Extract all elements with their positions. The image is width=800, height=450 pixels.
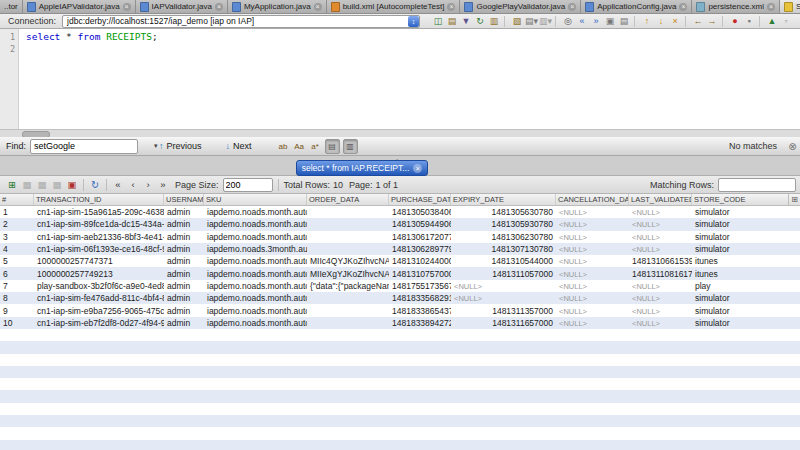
- table-cell[interactable]: 1000000257749213: [34, 269, 164, 279]
- table-cell[interactable]: cn1-iap-sim-15a961a5-209c-4638-9...: [34, 207, 164, 217]
- tab-close-icon[interactable]: ×: [767, 3, 775, 11]
- table-cell[interactable]: <NULL>: [451, 281, 556, 291]
- table-cell[interactable]: iapdemo.noads.month.auto: [204, 232, 307, 242]
- table-cell[interactable]: 7: [0, 281, 34, 291]
- table-cell[interactable]: simulator: [692, 207, 800, 217]
- table-cell[interactable]: 1000000257747371: [34, 256, 164, 266]
- table-cell[interactable]: 1481310544000: [451, 256, 556, 266]
- run-file-icon[interactable]: ▲: [766, 16, 778, 27]
- table-cell[interactable]: <NULL>: [556, 293, 629, 303]
- table-cell[interactable]: <NULL>: [629, 244, 692, 254]
- search-in-selection-icon[interactable]: ▤: [325, 139, 340, 154]
- last-page-icon[interactable]: »: [157, 179, 169, 190]
- column-header[interactable]: #: [0, 194, 34, 205]
- sql-filter-icon[interactable]: ▼: [460, 16, 472, 27]
- table-cell[interactable]: <NULL>: [451, 293, 556, 303]
- column-header[interactable]: PURCHASE_DATE: [389, 194, 451, 205]
- previous-page-icon[interactable]: ‹: [127, 179, 139, 190]
- sql-code-area[interactable]: select * from RECEIPTS;: [19, 29, 800, 129]
- table-cell[interactable]: cn1-iap-sim-eb7f2df8-0d27-4f94-95...: [34, 318, 164, 328]
- column-header[interactable]: EXPIRY_DATE: [451, 194, 556, 205]
- table-cell[interactable]: 5: [0, 256, 34, 266]
- table-cell[interactable]: 1481306172077: [389, 232, 451, 242]
- column-header[interactable]: CANCELLATION_DATE: [556, 194, 629, 205]
- table-cell[interactable]: simulator: [692, 318, 800, 328]
- table-cell[interactable]: 1481310244000: [389, 256, 451, 266]
- result-tab-close-icon[interactable]: ×: [413, 164, 422, 173]
- table-cell[interactable]: admin: [164, 318, 204, 328]
- table-cell[interactable]: admin: [164, 244, 204, 254]
- table-cell[interactable]: <NULL>: [629, 207, 692, 217]
- table-cell[interactable]: play: [692, 281, 800, 291]
- table-cell[interactable]: 1481307130780: [451, 244, 556, 254]
- table-cell[interactable]: admin: [164, 232, 204, 242]
- table-cell[interactable]: admin: [164, 256, 204, 266]
- find-combo[interactable]: ▾: [30, 139, 138, 154]
- table-cell[interactable]: <NULL>: [629, 281, 692, 291]
- table-cell[interactable]: iapdemo.noads.month.auto: [204, 281, 307, 291]
- table-cell[interactable]: 1481310757000: [389, 269, 451, 279]
- wrap-search-icon[interactable]: ▥: [343, 139, 358, 154]
- shift-left-icon[interactable]: ←: [692, 16, 704, 27]
- file-tab[interactable]: ..tor: [0, 0, 23, 13]
- export-data-icon[interactable]: ▥: [488, 16, 500, 27]
- table-cell[interactable]: admin: [164, 219, 204, 229]
- regular-expression-icon[interactable]: a*: [309, 140, 322, 153]
- table-cell[interactable]: 1481311657000: [451, 318, 556, 328]
- table-cell[interactable]: <NULL>: [556, 219, 629, 229]
- table-cell[interactable]: admin: [164, 269, 204, 279]
- column-header[interactable]: ORDER_DATA: [307, 194, 389, 205]
- find-next-button[interactable]: ↓ Next: [223, 140, 255, 152]
- shift-right-icon[interactable]: →: [706, 16, 718, 27]
- table-cell[interactable]: 1481833894272: [389, 318, 451, 328]
- file-tab[interactable]: GooglePlayValidator.java×: [460, 0, 581, 13]
- file-tab[interactable]: AppleIAPValidator.java×: [23, 0, 136, 13]
- save-as-icon[interactable]: ▥▾: [539, 16, 551, 27]
- table-cell[interactable]: 1481833865437: [389, 306, 451, 316]
- table-cell[interactable]: 9: [0, 306, 34, 316]
- connection-combo[interactable]: jdbc:derby://localhost:1527/iap_demo [ia…: [62, 15, 420, 28]
- table-cell[interactable]: itunes: [692, 256, 800, 266]
- table-cell[interactable]: <NULL>: [556, 306, 629, 316]
- table-cell[interactable]: 1481833568291: [389, 293, 451, 303]
- save-icon[interactable]: ▤▾: [525, 16, 537, 27]
- table-cell[interactable]: <NULL>: [556, 269, 629, 279]
- record-macro-icon[interactable]: ●: [729, 16, 741, 27]
- table-cell[interactable]: cn1-iap-sim-06f1393e-ce16-48cf-91...: [34, 244, 164, 254]
- refresh-icon[interactable]: ↻: [89, 179, 101, 190]
- magnifier-icon[interactable]: ◎: [562, 16, 574, 27]
- next-page-icon[interactable]: ›: [142, 179, 154, 190]
- table-cell[interactable]: <NULL>: [556, 207, 629, 217]
- truncate-table-icon[interactable]: ▣: [66, 179, 78, 190]
- remove-bookmark-icon[interactable]: ×: [669, 16, 681, 27]
- table-cell[interactable]: iapdemo.noads.month.auto: [204, 219, 307, 229]
- table-cell[interactable]: cn1-iap-sim-fe476add-811c-4bf4-84...: [34, 293, 164, 303]
- table-cell[interactable]: 2: [0, 219, 34, 229]
- table-cell[interactable]: admin: [164, 207, 204, 217]
- table-cell[interactable]: iapdemo.noads.month.auto: [204, 306, 307, 316]
- table-cell[interactable]: 1481305944906: [389, 219, 451, 229]
- table-cell[interactable]: 1481310661539: [629, 256, 692, 266]
- table-cell[interactable]: 10: [0, 318, 34, 328]
- table-cell[interactable]: MIIeXgYJKoZIhvcNAQc...: [307, 269, 389, 279]
- column-chooser-icon[interactable]: ⊞: [788, 194, 800, 206]
- paste-icon[interactable]: ▤: [618, 16, 630, 27]
- table-cell[interactable]: MIIc4QYJKoZIhvcNAQc...: [307, 256, 389, 266]
- sql-history-icon[interactable]: ↻: [474, 16, 486, 27]
- table-cell[interactable]: <NULL>: [556, 244, 629, 254]
- table-cell[interactable]: admin: [164, 306, 204, 316]
- insert-record-icon[interactable]: ⊞: [6, 179, 18, 190]
- table-cell[interactable]: cn1-iap-sim-e9ba7256-9065-475c-9...: [34, 306, 164, 316]
- connection-combo-stepper-icon[interactable]: ↕: [408, 16, 419, 27]
- table-cell[interactable]: simulator: [692, 232, 800, 242]
- column-header[interactable]: STORE_CODE: [692, 194, 800, 205]
- next-occurrence-icon[interactable]: »: [590, 16, 602, 27]
- tab-close-icon[interactable]: ×: [679, 3, 687, 11]
- copy-icon[interactable]: ▣: [604, 16, 616, 27]
- match-case-icon[interactable]: Aa: [293, 140, 306, 153]
- column-header[interactable]: TRANSACTION_ID: [34, 194, 164, 205]
- table-cell[interactable]: itunes: [692, 269, 800, 279]
- table-cell[interactable]: 1481311357000: [451, 306, 556, 316]
- table-cell[interactable]: 1481305038406: [389, 207, 451, 217]
- stop-macro-icon[interactable]: ▪: [743, 16, 755, 27]
